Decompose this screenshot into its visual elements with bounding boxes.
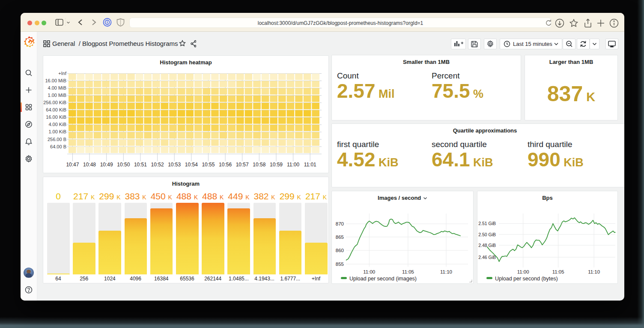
svg-text:865: 865 — [336, 235, 344, 240]
svg-text:16.00 KiB: 16.00 KiB — [46, 114, 66, 120]
svg-text:2.46 GiB: 2.46 GiB — [478, 255, 496, 260]
svg-text:11:00: 11:00 — [287, 162, 299, 168]
svg-text:11:05: 11:05 — [552, 269, 564, 274]
svg-text:10:56: 10:56 — [219, 162, 232, 168]
svg-text:16.00 MiB: 16.00 MiB — [45, 78, 66, 83]
svg-text:+Inf: +Inf — [58, 71, 67, 76]
svg-text:10:54: 10:54 — [185, 162, 198, 168]
svg-text:4.00 KiB: 4.00 KiB — [48, 122, 66, 127]
svg-text:11:00: 11:00 — [363, 269, 375, 274]
svg-text:2.50 GiB: 2.50 GiB — [478, 232, 496, 237]
svg-text:64.00 KiB: 64.00 KiB — [46, 107, 66, 112]
svg-text:11:01: 11:01 — [304, 162, 316, 168]
svg-text:1.00 MiB: 1.00 MiB — [48, 93, 66, 98]
svg-text:11:00: 11:00 — [517, 269, 529, 274]
svg-text:10:58: 10:58 — [253, 162, 265, 168]
svg-text:10:59: 10:59 — [270, 162, 283, 168]
svg-text:256.00 B: 256.00 B — [48, 137, 66, 142]
svg-text:10:53: 10:53 — [168, 162, 181, 168]
svg-text:10:48: 10:48 — [83, 162, 96, 168]
svg-text:2.51 GiB: 2.51 GiB — [478, 221, 496, 226]
svg-text:Upload per second (bytes): Upload per second (bytes) — [495, 276, 558, 282]
svg-text:11:10: 11:10 — [440, 269, 452, 274]
svg-text:10:49: 10:49 — [100, 162, 113, 168]
svg-text:11:10: 11:10 — [588, 269, 600, 274]
svg-text:4.00 MiB: 4.00 MiB — [48, 85, 66, 90]
svg-text:860: 860 — [336, 248, 344, 253]
svg-text:10:57: 10:57 — [236, 162, 249, 168]
svg-text:64.00 B: 64.00 B — [50, 144, 66, 149]
svg-text:10:55: 10:55 — [202, 162, 215, 168]
svg-text:256.00 KiB: 256.00 KiB — [43, 100, 66, 105]
svg-text:Upload per second (images): Upload per second (images) — [349, 276, 417, 282]
svg-text:10:47: 10:47 — [66, 162, 79, 168]
svg-text:10:50: 10:50 — [117, 162, 130, 168]
svg-text:10:52: 10:52 — [151, 162, 164, 168]
svg-text:1.00 KiB: 1.00 KiB — [48, 129, 66, 134]
svg-text:11:05: 11:05 — [402, 269, 414, 274]
svg-text:855: 855 — [336, 262, 344, 267]
svg-text:870: 870 — [336, 221, 344, 226]
svg-text:10:51: 10:51 — [134, 162, 147, 168]
